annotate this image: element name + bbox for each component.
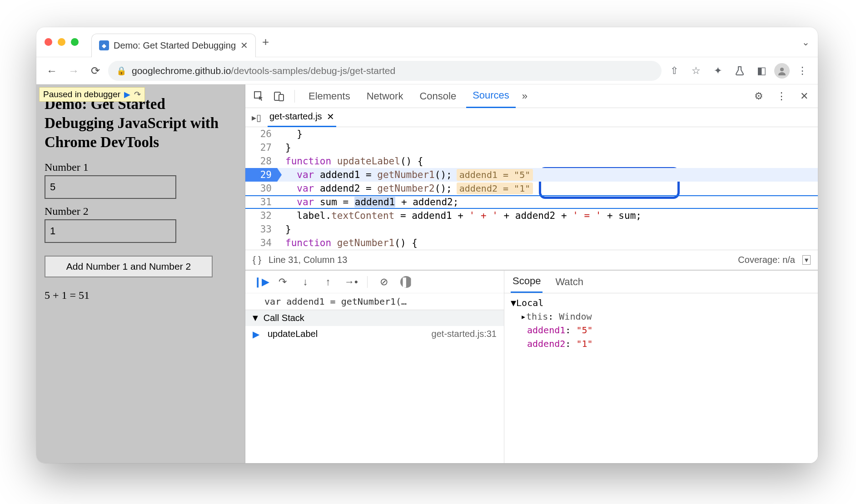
tab-watch[interactable]: Watch <box>553 272 585 292</box>
browser-tab[interactable]: ◆ Demo: Get Started Debugging ✕ <box>91 34 256 57</box>
inspect-element-icon[interactable] <box>251 91 267 102</box>
labs-icon[interactable] <box>731 62 749 80</box>
bookmark-icon[interactable]: ☆ <box>687 62 705 80</box>
favicon: ◆ <box>99 40 109 50</box>
file-tab-bar: ▸▯ get-started.js ✕ <box>245 108 818 127</box>
code-line[interactable]: 28function updateLabel() { <box>245 154 818 168</box>
sidepanel-icon[interactable]: ◧ <box>752 62 771 80</box>
inline-value: addend1 = "5" <box>457 169 533 181</box>
close-devtools-icon[interactable]: ✕ <box>796 90 812 102</box>
more-tabs-icon[interactable]: » <box>522 90 528 102</box>
minimize-window-button[interactable] <box>58 38 65 46</box>
line-number[interactable]: 26 <box>245 127 277 141</box>
devtools-tab-bar: Elements Network Console Sources » ⚙ ⋮ ✕ <box>245 84 818 108</box>
devtools-menu-icon[interactable]: ⋮ <box>773 90 790 102</box>
resume-button[interactable]: ❙▶ <box>254 276 266 288</box>
paused-in-debugger-badge: Paused in debugger ▶ ↷ <box>39 87 145 102</box>
maximize-window-button[interactable] <box>71 38 79 46</box>
forward-button[interactable]: → <box>65 62 83 80</box>
number1-label: Number 1 <box>45 161 237 173</box>
tab-sources[interactable]: Sources <box>466 84 516 108</box>
step-into-button[interactable]: ↓ <box>299 276 312 288</box>
scope-body: ▼Local ▸this: Window addend1: "5" addend… <box>504 293 818 353</box>
step-over-button[interactable]: ↷ <box>276 276 289 288</box>
line-number[interactable]: 29 <box>245 168 277 182</box>
settings-icon[interactable]: ⚙ <box>751 90 767 102</box>
line-number[interactable]: 32 <box>245 209 277 222</box>
code-line[interactable]: 33} <box>245 222 818 236</box>
paused-text: Paused in debugger <box>43 89 120 99</box>
scope-item[interactable]: ▸this: Window <box>511 310 811 323</box>
extensions-icon[interactable]: ✦ <box>709 62 727 80</box>
tab-scope[interactable]: Scope <box>511 271 542 293</box>
url-host: googlechrome.github.io <box>132 65 231 76</box>
add-button[interactable]: Add Number 1 and Number 2 <box>45 256 213 277</box>
coverage-status: Coverage: n/a <box>738 255 795 265</box>
callstack-header[interactable]: ▼ Call Stack <box>245 310 504 326</box>
step-over-icon[interactable]: ↷ <box>134 89 141 99</box>
code-line[interactable]: 31 var sum = addend1 + addend2; <box>245 195 818 209</box>
code-editor[interactable]: 26 }27}28function updateLabel() {29 var … <box>245 127 818 250</box>
line-number[interactable]: 34 <box>245 236 277 250</box>
device-toggle-icon[interactable] <box>271 91 287 102</box>
browser-tab-strip: ◆ Demo: Get Started Debugging ✕ + ⌄ <box>36 27 818 57</box>
tab-console[interactable]: Console <box>413 85 463 108</box>
tab-network[interactable]: Network <box>360 85 410 108</box>
number2-input[interactable] <box>45 219 176 243</box>
debugger-controls: ❙▶ ↷ ↓ ↑ →• ⊘ ❚❚ <box>245 271 504 293</box>
resume-icon[interactable]: ▶ <box>124 89 130 99</box>
line-number[interactable]: 31 <box>245 195 277 209</box>
address-bar[interactable]: 🔒 googlechrome.github.io/devtools-sample… <box>108 61 662 81</box>
file-name: get-started.js <box>269 111 322 122</box>
tabs-overflow-icon[interactable]: ⌄ <box>802 37 810 48</box>
inline-value: addend2 = "1" <box>457 183 533 194</box>
file-tab[interactable]: get-started.js ✕ <box>268 108 336 127</box>
editor-status-bar: { } Line 31, Column 13 Coverage: n/a ▾ <box>245 250 818 270</box>
reload-button[interactable]: ⟳ <box>86 62 105 80</box>
code-line[interactable]: 29 var addend1 = getNumber1();addend1 = … <box>245 168 818 182</box>
code-line[interactable]: 30 var addend2 = getNumber2();addend2 = … <box>245 182 818 195</box>
frame-location: get-started.js:31 <box>432 329 497 340</box>
line-number[interactable]: 33 <box>245 222 277 236</box>
pause-on-exceptions-button[interactable]: ❚❚ <box>400 276 412 288</box>
rendered-page: Paused in debugger ▶ ↷ Demo: Get Started… <box>36 84 245 463</box>
code-line[interactable]: 26 } <box>245 127 818 141</box>
profile-avatar[interactable] <box>774 63 790 79</box>
close-window-button[interactable] <box>45 38 52 46</box>
close-tab-icon[interactable]: ✕ <box>240 40 248 51</box>
line-number[interactable]: 28 <box>245 154 277 168</box>
code-line[interactable]: 32 label.textContent = addend1 + ' + ' +… <box>245 209 818 222</box>
frame-function: updateLabel <box>268 329 318 340</box>
scope-item[interactable]: addend1: "5" <box>511 323 811 337</box>
navigator-toggle-icon[interactable]: ▸▯ <box>252 112 261 123</box>
chrome-menu-icon[interactable]: ⋮ <box>793 62 811 80</box>
number1-input[interactable] <box>45 175 176 199</box>
result-text: 5 + 1 = 51 <box>45 289 237 301</box>
new-tab-button[interactable]: + <box>262 35 269 49</box>
scope-local[interactable]: ▼Local <box>511 296 811 310</box>
line-number[interactable]: 27 <box>245 141 277 154</box>
deactivate-breakpoints-button[interactable]: ⊘ <box>378 276 390 288</box>
tab-elements[interactable]: Elements <box>302 85 357 108</box>
back-button[interactable]: ← <box>43 62 61 80</box>
step-out-button[interactable]: ↑ <box>322 276 334 288</box>
lock-icon: 🔒 <box>116 66 126 76</box>
code-line[interactable]: 34function getNumber1() { <box>245 236 818 250</box>
line-number[interactable]: 30 <box>245 182 277 195</box>
paused-snippet: var addend1 = getNumber1(… <box>245 293 504 310</box>
url-path: /devtools-samples/debug-js/get-started <box>231 65 395 76</box>
address-bar-row: ← → ⟳ 🔒 googlechrome.github.io/devtools-… <box>36 57 818 84</box>
status-chevron-icon[interactable]: ▾ <box>802 255 811 265</box>
cursor-position: Line 31, Column 13 <box>269 255 347 265</box>
scope-tab-bar: Scope Watch <box>504 271 818 293</box>
code-line[interactable]: 27} <box>245 141 818 154</box>
svg-point-0 <box>780 68 784 71</box>
pretty-print-icon[interactable]: { } <box>253 255 261 265</box>
window-controls <box>45 38 79 46</box>
scope-item[interactable]: addend2: "1" <box>511 337 811 351</box>
close-file-icon[interactable]: ✕ <box>327 111 334 122</box>
share-icon[interactable]: ⇧ <box>665 62 683 80</box>
callstack-frame[interactable]: ▶ updateLabel get-started.js:31 <box>245 326 504 342</box>
step-button[interactable]: →• <box>344 276 357 288</box>
debugger-left-pane: ❙▶ ↷ ↓ ↑ →• ⊘ ❚❚ var addend1 = getNumber… <box>245 271 504 463</box>
